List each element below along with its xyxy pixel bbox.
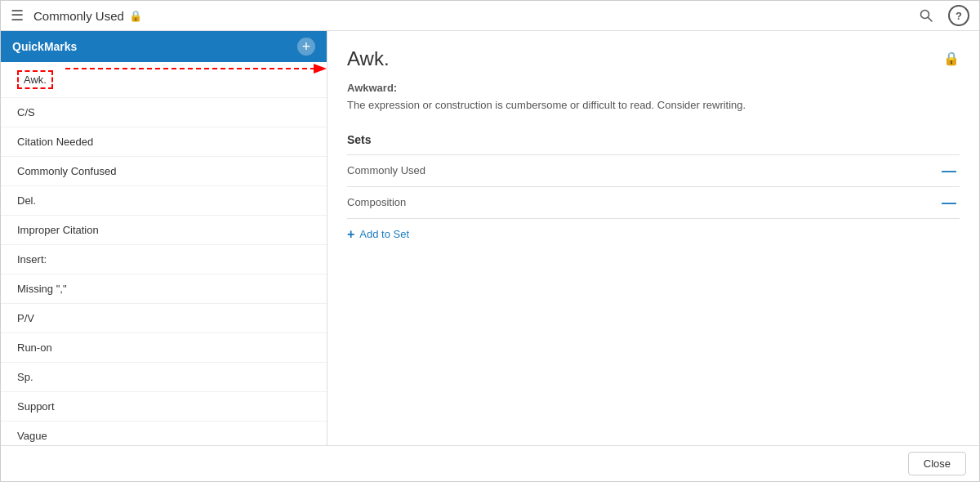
quickmarks-header: QuickMarks + — [1, 31, 327, 62]
detail-title-row: Awk. 🔒 — [347, 47, 960, 70]
sets-title: Sets — [347, 133, 960, 146]
right-panel: Awk. 🔒 Awkward: The expression or constr… — [327, 31, 979, 445]
search-icon — [920, 9, 933, 22]
list-item[interactable]: Insert: — [1, 245, 327, 274]
sets-list: Commonly Used—Composition— — [347, 154, 960, 219]
list-item[interactable]: Commonly Confused — [1, 157, 327, 186]
sets-section: Sets Commonly Used—Composition— + Add to… — [347, 133, 960, 242]
quickmarks-list: Awk.C/SCitation NeededCommonly ConfusedD… — [1, 62, 327, 445]
list-item[interactable]: Support — [1, 392, 327, 422]
detail-lock-icon: 🔒 — [943, 51, 960, 66]
list-item[interactable]: Missing "," — [1, 274, 327, 304]
add-to-set-icon: + — [347, 227, 354, 242]
list-item-label: Awk. — [17, 70, 53, 89]
menu-icon[interactable]: ☰ — [11, 7, 24, 25]
list-item[interactable]: Sp. — [1, 363, 327, 392]
list-item[interactable]: Awk. — [1, 62, 327, 98]
set-item-label: Commonly Used — [347, 164, 425, 176]
close-button[interactable]: Close — [908, 452, 966, 475]
detail-title: Awk. — [347, 47, 390, 70]
set-remove-button[interactable]: — — [938, 195, 960, 210]
bottom-bar: Close — [1, 445, 979, 481]
page-title: Commonly Used — [33, 9, 124, 23]
list-item[interactable]: Citation Needed — [1, 127, 327, 157]
quickmarks-title: QuickMarks — [12, 40, 77, 53]
set-remove-button[interactable]: — — [938, 163, 960, 178]
add-to-set-label: Add to Set — [359, 228, 409, 240]
left-panel: QuickMarks + Awk.C/SCitation NeededCommo… — [1, 31, 327, 445]
list-item[interactable]: Vague — [1, 422, 327, 445]
svg-line-1 — [929, 18, 933, 22]
lock-icon: 🔒 — [129, 10, 142, 22]
add-quickmark-button[interactable]: + — [297, 38, 315, 56]
set-item: Composition— — [347, 186, 960, 219]
list-item[interactable]: C/S — [1, 98, 327, 127]
help-icon: ? — [956, 10, 962, 22]
top-bar-right: ? — [914, 3, 969, 28]
help-button[interactable]: ? — [948, 5, 969, 26]
search-button[interactable] — [914, 3, 938, 28]
list-item[interactable]: Run-on — [1, 333, 327, 363]
list-item[interactable]: Improper Citation — [1, 216, 327, 245]
top-bar-title: Commonly Used 🔒 — [33, 9, 914, 23]
top-bar: ☰ Commonly Used 🔒 ? — [1, 1, 979, 31]
list-item[interactable]: Del. — [1, 186, 327, 216]
main-content: QuickMarks + Awk.C/SCitation NeededCommo… — [1, 31, 979, 445]
add-to-set-button[interactable]: + Add to Set — [347, 227, 960, 242]
set-item: Commonly Used— — [347, 154, 960, 186]
app-container: ☰ Commonly Used 🔒 ? QuickMarks + — [0, 0, 980, 482]
detail-description: The expression or construction is cumber… — [347, 97, 960, 114]
set-item-label: Composition — [347, 196, 406, 208]
list-item[interactable]: P/V — [1, 304, 327, 333]
detail-subtitle: Awkward: — [347, 82, 960, 94]
